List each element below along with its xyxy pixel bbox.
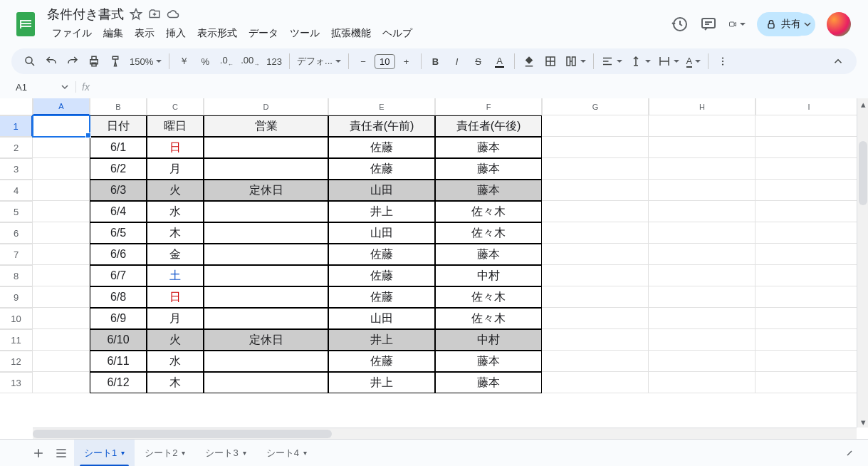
cell-B7[interactable]: 6/6 <box>90 244 147 265</box>
name-box[interactable]: A1 <box>11 81 54 94</box>
cell-C7[interactable]: 金 <box>147 244 204 265</box>
move-icon[interactable] <box>148 8 161 21</box>
cell-A10[interactable] <box>33 308 90 329</box>
cell-G13[interactable] <box>542 372 649 393</box>
cell-B5[interactable]: 6/4 <box>90 201 147 222</box>
cell-A4[interactable] <box>33 180 90 201</box>
menu-4[interactable]: 表示形式 <box>192 24 242 43</box>
cell-D4[interactable]: 定休日 <box>204 180 328 201</box>
cell-H2[interactable] <box>649 137 755 158</box>
sheet-tab-menu-icon[interactable]: ▾ <box>182 449 185 457</box>
cell-D6[interactable] <box>204 222 328 244</box>
more-formats-button[interactable]: 123 <box>263 51 285 71</box>
sheet-tab-menu-icon[interactable]: ▾ <box>121 449 125 457</box>
column-header-A[interactable]: A <box>33 98 90 115</box>
row-header-1[interactable]: 1 <box>0 115 33 137</box>
menu-5[interactable]: データ <box>244 24 283 43</box>
cell-C12[interactable]: 水 <box>147 351 204 372</box>
cell-B11[interactable]: 6/10 <box>90 329 147 351</box>
menu-7[interactable]: 拡張機能 <box>326 24 376 43</box>
cell-F6[interactable]: 佐々木 <box>435 222 542 244</box>
row-header-11[interactable]: 11 <box>0 329 33 351</box>
row-header-5[interactable]: 5 <box>0 201 33 222</box>
cell-E5[interactable]: 井上 <box>328 201 435 222</box>
cell-F7[interactable]: 藤本 <box>435 244 542 265</box>
cell-H13[interactable] <box>649 372 755 393</box>
sheet-tab-2[interactable]: シート3▾ <box>195 440 256 467</box>
cell-H10[interactable] <box>649 308 755 329</box>
column-header-I[interactable]: I <box>755 98 862 115</box>
cell-H3[interactable] <box>649 158 755 180</box>
scroll-down-icon[interactable]: ▾ <box>857 416 868 428</box>
cell-G11[interactable] <box>542 329 649 351</box>
cell-D11[interactable]: 定休日 <box>204 329 328 351</box>
cell-E9[interactable]: 佐藤 <box>328 286 435 308</box>
font-size-input[interactable]: 10 <box>375 54 394 69</box>
cell-D9[interactable] <box>204 286 328 308</box>
history-icon[interactable] <box>671 16 689 33</box>
cell-A8[interactable] <box>33 265 90 286</box>
cell-B2[interactable]: 6/1 <box>90 137 147 158</box>
font-select[interactable]: デフォ... <box>294 51 344 71</box>
cell-D3[interactable] <box>204 158 328 180</box>
cell-D1[interactable]: 営業 <box>204 115 328 137</box>
scroll-up-icon[interactable]: ▴ <box>857 98 868 110</box>
cell-F2[interactable]: 藤本 <box>435 137 542 158</box>
cell-I7[interactable] <box>755 244 862 265</box>
cell-E4[interactable]: 山田 <box>328 180 435 201</box>
cell-C2[interactable]: 日 <box>147 137 204 158</box>
cell-H1[interactable] <box>649 115 755 137</box>
row-header-6[interactable]: 6 <box>0 222 33 244</box>
cell-B9[interactable]: 6/8 <box>90 286 147 308</box>
menu-2[interactable]: 表示 <box>130 24 160 43</box>
currency-button[interactable]: ￥ <box>174 51 194 71</box>
cell-A5[interactable] <box>33 201 90 222</box>
text-color-button[interactable]: A <box>490 51 510 71</box>
cell-G2[interactable] <box>542 137 649 158</box>
more-toolbar-icon[interactable] <box>713 51 733 71</box>
borders-button[interactable] <box>540 51 560 71</box>
cell-G6[interactable] <box>542 222 649 244</box>
cell-B10[interactable]: 6/9 <box>90 308 147 329</box>
cell-H12[interactable] <box>649 351 755 372</box>
collapse-toolbar-icon[interactable] <box>828 51 848 71</box>
cell-H7[interactable] <box>649 244 755 265</box>
document-title[interactable]: 条件付き書式 <box>47 6 124 23</box>
cell-F10[interactable]: 佐々木 <box>435 308 542 329</box>
fill-color-button[interactable] <box>519 51 539 71</box>
menu-8[interactable]: ヘルプ <box>377 24 417 43</box>
vertical-scrollbar[interactable]: ▴ ▾ <box>857 98 868 428</box>
cell-A13[interactable] <box>33 372 90 393</box>
cell-B12[interactable]: 6/11 <box>90 351 147 372</box>
cell-B4[interactable]: 6/3 <box>90 180 147 201</box>
cell-F12[interactable]: 藤本 <box>435 351 542 372</box>
cell-H11[interactable] <box>649 329 755 351</box>
vertical-scroll-thumb[interactable] <box>859 141 867 205</box>
horizontal-align-button[interactable] <box>598 51 625 71</box>
cell-I5[interactable] <box>755 201 862 222</box>
font-size-decrease[interactable]: − <box>353 51 373 71</box>
search-menus-icon[interactable] <box>20 51 40 71</box>
row-header-4[interactable]: 4 <box>0 180 33 201</box>
cell-C1[interactable]: 曜日 <box>147 115 204 137</box>
cell-G5[interactable] <box>542 201 649 222</box>
cell-C3[interactable]: 月 <box>147 158 204 180</box>
cell-F4[interactable]: 藤本 <box>435 180 542 201</box>
sheet-tab-menu-icon[interactable]: ▾ <box>303 449 307 457</box>
cell-E1[interactable]: 責任者(午前) <box>328 115 435 137</box>
cell-I3[interactable] <box>755 158 862 180</box>
meet-icon[interactable] <box>728 16 746 33</box>
column-header-H[interactable]: H <box>649 98 755 115</box>
cell-D13[interactable] <box>204 372 328 393</box>
cell-H6[interactable] <box>649 222 755 244</box>
cell-I11[interactable] <box>755 329 862 351</box>
cell-E13[interactable]: 井上 <box>328 372 435 393</box>
italic-button[interactable]: I <box>447 51 467 71</box>
cell-C9[interactable]: 日 <box>147 286 204 308</box>
cell-A3[interactable] <box>33 158 90 180</box>
sheet-tab-1[interactable]: シート2▾ <box>135 440 195 467</box>
horizontal-scrollbar[interactable] <box>33 428 857 439</box>
cell-C10[interactable]: 月 <box>147 308 204 329</box>
increase-decimal-button[interactable]: .00→ <box>238 51 262 71</box>
share-dropdown[interactable] <box>800 14 815 36</box>
